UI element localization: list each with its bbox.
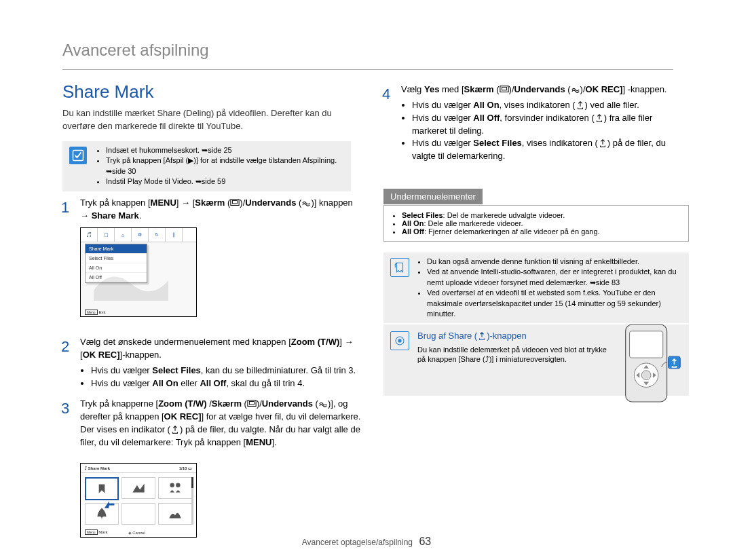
menu-selected: Share Mark xyxy=(86,244,147,254)
tab-icon: ↻ xyxy=(149,228,166,242)
step-number: 4 xyxy=(382,83,390,105)
mark-hint: Menu Mark xyxy=(85,530,108,535)
share-icon xyxy=(477,331,487,341)
cursor-arrow-icon xyxy=(102,499,116,510)
share-tip-box: Brug af Share ()-knappen Du kan indstill… xyxy=(383,324,689,396)
result-item: Hvis du vælger All Off, forsvinder indik… xyxy=(412,112,682,138)
cancel-hint: ◈ Cancel xyxy=(128,530,145,535)
underwater-icon xyxy=(301,198,311,208)
tab-icon: ⌂ xyxy=(115,228,132,242)
substep: Hvis du vælger Select Files, kan du se b… xyxy=(91,365,361,377)
display-icon xyxy=(230,198,240,208)
step-1: 1 Tryk på knappen [MENU] → [Skærm ()/Und… xyxy=(62,197,361,223)
svg-rect-12 xyxy=(630,331,663,358)
thumb xyxy=(121,477,155,499)
share-icon xyxy=(170,425,180,434)
step-number: 2 xyxy=(61,336,69,358)
thumbnail-screenshot: ⤴ Share Mark 1/10 ▭ Menu Mark ◈ Cancel xyxy=(80,463,197,538)
svg-point-6 xyxy=(176,483,181,487)
device-illustration xyxy=(621,323,682,403)
svg-point-14 xyxy=(641,371,651,380)
prereq-item: Tryk på knappen [Afspil (▶)] for at inds… xyxy=(106,155,344,176)
svg-rect-2 xyxy=(233,201,238,204)
submenu-item: All On: Dele alle markerede videoer. xyxy=(402,219,681,227)
submenu-item: All Off: Fjerner delemarkeringen af alle… xyxy=(402,227,681,236)
svg-rect-4 xyxy=(249,402,254,405)
share-tip-title: Brug af Share ()-knappen xyxy=(417,330,607,342)
underwater-icon xyxy=(318,399,328,409)
page-number: 63 xyxy=(419,536,431,547)
tab-icon: 🎵 xyxy=(81,228,98,242)
thumb xyxy=(158,477,192,499)
share-icon xyxy=(595,113,604,123)
step-4: 4 Vælg Yes med [Skærm ()/Undervands ()/O… xyxy=(383,83,682,163)
exit-hint: MenuExit xyxy=(85,310,106,314)
submenu-item: Select Files: Del de markerede udvalgte … xyxy=(402,211,681,219)
note-item: Ved overførsel af en videofil til et web… xyxy=(427,288,682,319)
page-title: Share Mark xyxy=(62,81,153,102)
menu-row: Select Files xyxy=(86,254,147,263)
step-3: 3 Tryk på knapperne [Zoom (T/W) /Skærm (… xyxy=(62,398,361,449)
share-tip-body: Du kan indstille delemærket på videoen v… xyxy=(417,345,607,365)
menu-screenshot: 🎵 ▢ ⌂ ⚙ ↻ ∥ Share Mark Select Files All … xyxy=(80,227,197,317)
result-item: Hvis du vælger Select Files, vises indik… xyxy=(412,137,682,163)
step-number: 1 xyxy=(61,197,69,219)
submenu-title: Undermenuelementer xyxy=(383,189,483,204)
note-icon xyxy=(390,258,409,277)
prereq-callout: Indsæt et hukommelseskort. ➥side 25 Tryk… xyxy=(62,141,351,191)
background-shape xyxy=(90,263,172,304)
prereq-item: Indstil Play Mode til Video. ➥side 59 xyxy=(106,176,344,187)
tab-icon: ∥ xyxy=(166,228,183,242)
svg-point-5 xyxy=(170,483,174,487)
share-icon xyxy=(576,100,585,110)
substep: Hvis du vælger All On eller All Off, ska… xyxy=(91,377,361,390)
submenu-box: Select Files: Del de markerede udvalgte … xyxy=(383,205,689,242)
display-icon xyxy=(500,85,509,94)
svg-rect-8 xyxy=(502,88,506,90)
scrollbar xyxy=(191,477,193,525)
breadcrumb: Avanceret afspilning xyxy=(62,41,673,70)
display-icon xyxy=(247,399,257,409)
share-icon: ⤴ xyxy=(85,466,87,470)
thumb xyxy=(158,503,192,525)
underwater-icon xyxy=(571,85,580,94)
prereq-item: Indsæt et hukommelseskort. ➥side 25 xyxy=(106,145,344,155)
note-item: Ved at anvende Intelli-studio-softwaren,… xyxy=(427,267,682,288)
tab-icon: ▢ xyxy=(98,228,115,242)
tab-icon: ⚙ xyxy=(132,228,149,242)
step-2: 2 Vælg det ønskede undermenuelement med … xyxy=(62,336,361,390)
intro-text: Du kan indstille mærket Share (Deling) p… xyxy=(62,107,361,133)
share-icon xyxy=(598,138,607,148)
step-number: 3 xyxy=(61,398,69,419)
note-callout: Du kan også anvende denne funktion til v… xyxy=(383,253,689,323)
header-label: Share Mark xyxy=(88,466,110,470)
page-footer: Avanceret optagelse/afspilning 63 xyxy=(0,536,733,548)
note-item: Du kan også anvende denne funktion til v… xyxy=(427,257,682,267)
svg-point-10 xyxy=(398,339,401,342)
hint-icon xyxy=(390,331,409,350)
result-item: Hvis du vælger All On, vises indikatoren… xyxy=(412,99,682,112)
thumb-selected xyxy=(85,477,119,500)
page-counter: 1/10 xyxy=(179,466,187,470)
thumb xyxy=(121,503,155,525)
footer-section: Avanceret optagelse/afspilning xyxy=(302,538,413,547)
check-icon xyxy=(69,147,87,164)
